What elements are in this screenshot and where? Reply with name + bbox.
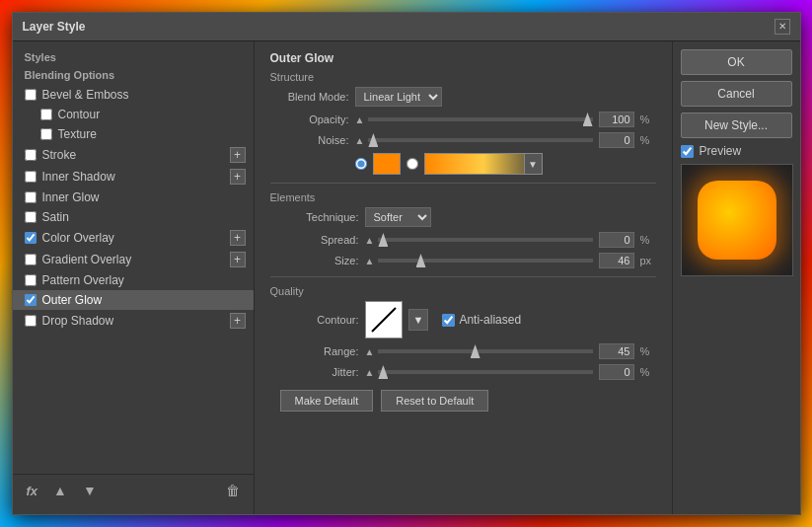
spread-triangle-icon: ▲ <box>365 235 375 246</box>
pattern-overlay-label: Pattern Overlay <box>42 273 246 287</box>
elements-label: Elements <box>270 191 656 203</box>
texture-label: Texture <box>58 127 246 141</box>
make-default-button[interactable]: Make Default <box>280 390 374 412</box>
sidebar-item-contour[interactable]: Contour <box>13 105 254 124</box>
jitter-slider-container: ▲ <box>365 367 593 378</box>
close-button[interactable]: ✕ <box>775 19 790 35</box>
opacity-slider-container: ▲ <box>355 114 593 125</box>
size-value-input[interactable] <box>599 253 634 268</box>
color-swatch[interactable] <box>373 153 401 175</box>
drop-shadow-checkbox[interactable] <box>25 315 37 327</box>
anti-aliased-label: Anti-aliased <box>459 313 521 327</box>
sidebar-footer: fx ▲ ▼ 🗑 <box>13 474 254 506</box>
inner-shadow-add-button[interactable]: + <box>230 169 246 185</box>
sidebar-item-color-overlay[interactable]: Color Overlay + <box>13 227 254 249</box>
jitter-slider[interactable] <box>378 370 592 374</box>
preview-row: Preview <box>681 144 792 158</box>
noise-label: Noise: <box>270 134 349 146</box>
opacity-unit: % <box>640 113 656 125</box>
opacity-label: Opacity: <box>270 113 349 125</box>
color-overlay-add-button[interactable]: + <box>230 230 246 246</box>
color-overlay-label: Color Overlay <box>42 231 230 245</box>
sidebar-item-texture[interactable]: Texture <box>13 124 254 144</box>
inner-shadow-label: Inner Shadow <box>42 170 230 184</box>
opacity-slider[interactable] <box>368 117 592 121</box>
sidebar-item-drop-shadow[interactable]: Drop Shadow + <box>13 310 254 332</box>
technique-label: Technique: <box>270 211 359 223</box>
size-label: Size: <box>270 255 359 266</box>
technique-row: Technique: Softer Precise <box>270 207 656 227</box>
sidebar-item-inner-shadow[interactable]: Inner Shadow + <box>13 166 254 188</box>
bevel-emboss-checkbox[interactable] <box>25 89 37 101</box>
satin-checkbox[interactable] <box>25 211 37 223</box>
new-style-button[interactable]: New Style... <box>681 113 792 138</box>
technique-select[interactable]: Softer Precise <box>365 207 431 227</box>
outer-glow-label: Outer Glow <box>42 293 246 307</box>
jitter-row: Jitter: ▲ % <box>270 364 656 380</box>
spread-row: Spread: ▲ % <box>270 232 656 248</box>
contour-dropdown-button[interactable]: ▼ <box>408 309 429 331</box>
range-unit: % <box>640 345 656 357</box>
pattern-overlay-checkbox[interactable] <box>25 274 37 286</box>
sidebar-item-bevel-emboss[interactable]: Bevel & Emboss <box>13 85 254 105</box>
size-row: Size: ▲ px <box>270 253 656 268</box>
range-slider[interactable] <box>378 349 592 353</box>
outer-glow-checkbox[interactable] <box>25 294 37 306</box>
spread-unit: % <box>640 234 656 246</box>
inner-glow-checkbox[interactable] <box>25 191 37 203</box>
gradient-overlay-checkbox[interactable] <box>25 254 37 265</box>
color-overlay-checkbox[interactable] <box>25 232 37 244</box>
stroke-checkbox[interactable] <box>25 149 37 161</box>
inner-shadow-checkbox[interactable] <box>25 171 37 183</box>
preview-canvas <box>681 164 793 276</box>
sidebar-item-stroke[interactable]: Stroke + <box>13 144 254 166</box>
dialog-body: Styles Blending Options Bevel & Emboss C… <box>13 41 800 514</box>
contour-curve-icon <box>368 304 400 336</box>
jitter-value-input[interactable] <box>599 364 634 380</box>
texture-checkbox[interactable] <box>40 128 52 140</box>
size-unit: px <box>640 255 656 266</box>
sidebar-item-pattern-overlay[interactable]: Pattern Overlay <box>13 270 254 290</box>
spread-value-input[interactable] <box>599 232 634 248</box>
move-down-button[interactable]: ▼ <box>79 481 101 500</box>
ok-button[interactable]: OK <box>681 49 792 75</box>
contour-checkbox[interactable] <box>40 109 52 120</box>
gradient-radio[interactable] <box>406 158 418 170</box>
opacity-value-input[interactable] <box>599 112 634 127</box>
contour-label: Contour <box>58 108 246 121</box>
gradient-swatch[interactable]: ▼ <box>424 153 543 175</box>
jitter-unit: % <box>640 366 656 378</box>
size-slider[interactable] <box>378 259 592 263</box>
move-up-button[interactable]: ▲ <box>49 481 71 500</box>
spread-slider[interactable] <box>378 238 592 242</box>
anti-aliased-checkbox[interactable] <box>442 314 455 327</box>
satin-label: Satin <box>42 210 246 224</box>
elements-divider <box>270 276 656 277</box>
blending-options-label: Blending Options <box>13 67 254 85</box>
sidebar: Styles Blending Options Bevel & Emboss C… <box>13 41 255 514</box>
preview-checkbox[interactable] <box>681 145 694 158</box>
reset-default-button[interactable]: Reset to Default <box>381 390 488 412</box>
stroke-add-button[interactable]: + <box>230 147 246 163</box>
sidebar-item-inner-glow[interactable]: Inner Glow <box>13 188 254 207</box>
opacity-triangle-icon: ▲ <box>355 114 365 125</box>
blend-mode-select[interactable]: Linear Light Normal Screen Overlay <box>355 87 442 107</box>
drop-shadow-add-button[interactable]: + <box>230 313 246 329</box>
preview-label-text: Preview <box>700 144 742 158</box>
sidebar-item-satin[interactable]: Satin <box>13 207 254 227</box>
contour-row: Contour: ▼ Anti-aliased <box>270 301 656 339</box>
gradient-end-button[interactable]: ▼ <box>524 154 542 174</box>
contour-preview[interactable] <box>365 301 403 339</box>
color-radio[interactable] <box>355 158 367 170</box>
fx-button[interactable]: fx <box>23 482 42 500</box>
noise-slider[interactable] <box>368 138 592 142</box>
delete-button[interactable]: 🗑 <box>222 481 244 500</box>
gradient-overlay-add-button[interactable]: + <box>230 252 246 267</box>
sidebar-item-gradient-overlay[interactable]: Gradient Overlay + <box>13 249 254 270</box>
cancel-button[interactable]: Cancel <box>681 81 792 107</box>
noise-value-input[interactable] <box>599 132 634 148</box>
range-value-input[interactable] <box>599 343 634 359</box>
noise-triangle-icon: ▲ <box>355 135 365 146</box>
sidebar-item-outer-glow[interactable]: Outer Glow <box>13 290 254 310</box>
noise-row: Noise: ▲ % <box>270 132 656 148</box>
